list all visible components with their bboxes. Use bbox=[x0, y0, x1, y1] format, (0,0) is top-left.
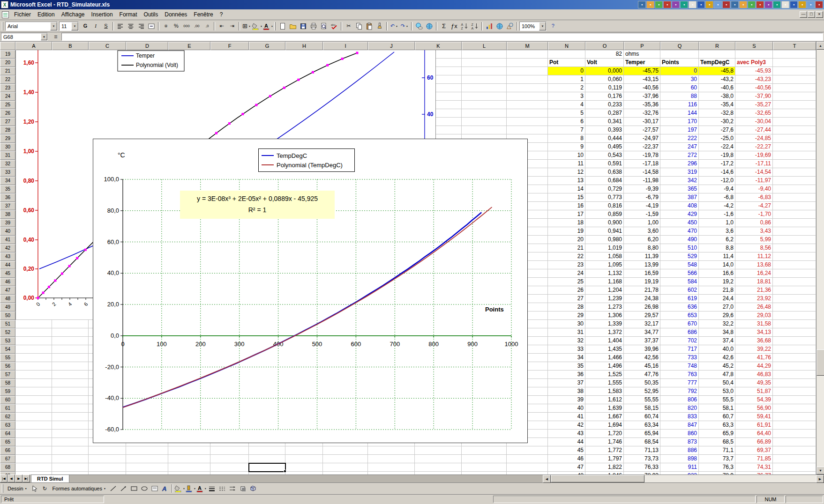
titlebar-shortcut-icon[interactable]: ▪ bbox=[790, 1, 798, 8]
align-center-button[interactable] bbox=[126, 22, 136, 31]
web-toolbar-button[interactable] bbox=[424, 22, 434, 31]
column-header-J[interactable]: J bbox=[368, 42, 415, 50]
titlebar-shortcut-icon[interactable]: ▪ bbox=[705, 1, 713, 8]
menu-edition[interactable]: Edition bbox=[34, 10, 58, 19]
insert-hyperlink-button[interactable] bbox=[414, 22, 424, 31]
menu-fentre[interactable]: Fenêtre bbox=[190, 10, 216, 19]
column-header-L[interactable]: L bbox=[462, 42, 507, 50]
horizontal-scrollbar[interactable]: ◀ ▶ bbox=[543, 474, 824, 482]
chevron-down-icon[interactable]: ▼ bbox=[539, 22, 546, 30]
menu-insertion[interactable]: Insertion bbox=[88, 10, 116, 19]
dessin-menu-button[interactable]: Dessin▼ bbox=[5, 484, 30, 493]
fill-color-button[interactable]: ▼ bbox=[174, 484, 185, 493]
menu-?[interactable]: ? bbox=[217, 10, 226, 19]
column-header-M[interactable]: M bbox=[507, 42, 548, 50]
decrease-decimal-button[interactable]: ,0 bbox=[202, 22, 212, 31]
name-box[interactable]: G68 ▼ bbox=[1, 33, 48, 41]
select-objects-button[interactable] bbox=[30, 484, 40, 493]
open-button[interactable] bbox=[288, 22, 298, 31]
column-header-I[interactable]: I bbox=[323, 42, 368, 50]
titlebar-shortcut-icon[interactable]: ▪ bbox=[646, 1, 654, 8]
save-button[interactable] bbox=[298, 22, 308, 31]
titlebar-shortcut-icon[interactable]: ▪ bbox=[798, 1, 806, 8]
sheet-tab-rtd-simul[interactable]: RTD Simul bbox=[31, 474, 69, 482]
menu-fichier[interactable]: Fichier bbox=[11, 10, 34, 19]
toolbar-grip[interactable] bbox=[2, 484, 3, 493]
titlebar-shortcut-icon[interactable]: ▪ bbox=[655, 1, 663, 8]
redo-button[interactable]: ↷▼ bbox=[399, 22, 410, 31]
trendline-equation[interactable]: y = 3E-08x³ + 2E-05x² + 0,0889x - 45,925… bbox=[180, 191, 335, 219]
chevron-down-icon[interactable]: ▼ bbox=[248, 25, 251, 28]
italic-button[interactable]: I bbox=[90, 22, 101, 31]
titlebar-shortcut-icon[interactable]: ▪ bbox=[756, 1, 764, 8]
scroll-up-icon[interactable]: ▲ bbox=[817, 42, 824, 50]
3d-button[interactable] bbox=[248, 484, 258, 493]
oval-button[interactable] bbox=[139, 484, 150, 493]
titlebar-shortcut-icon[interactable]: ▪ bbox=[672, 1, 680, 8]
line-button[interactable] bbox=[108, 484, 119, 493]
titlebar-shortcut-icon[interactable]: ▪ bbox=[663, 1, 671, 8]
column-header-N[interactable]: N bbox=[548, 42, 585, 50]
titlebar-shortcut-icon[interactable]: ▪ bbox=[689, 1, 697, 8]
menu-format[interactable]: Format bbox=[116, 10, 141, 19]
shadow-button[interactable] bbox=[238, 484, 248, 493]
chevron-down-icon[interactable]: ▼ bbox=[406, 25, 408, 28]
line-style-button[interactable] bbox=[207, 484, 217, 493]
print-button[interactable] bbox=[308, 22, 319, 31]
vertical-scrollbar[interactable]: ▲ ▼ bbox=[816, 42, 824, 474]
workbook-icon[interactable] bbox=[2, 11, 9, 18]
column-header-D[interactable]: D bbox=[126, 42, 168, 50]
chevron-down-icon[interactable]: ▼ bbox=[396, 25, 398, 28]
titlebar-shortcut-icon[interactable]: ▪ bbox=[807, 1, 815, 8]
chevron-down-icon[interactable]: ▼ bbox=[41, 33, 47, 40]
underline-button[interactable]: S bbox=[101, 22, 111, 31]
font-size-select[interactable]: 11▼ bbox=[59, 22, 79, 31]
column-header-G[interactable]: G bbox=[249, 42, 285, 50]
rectangle-button[interactable] bbox=[129, 484, 139, 493]
chart-wizard-button[interactable] bbox=[484, 22, 494, 31]
first-sheet-button[interactable]: |◀ bbox=[0, 474, 7, 482]
scroll-right-icon[interactable]: ▶ bbox=[816, 475, 824, 483]
currency-style-button[interactable]: ¤ bbox=[161, 22, 171, 31]
help-button[interactable]: ? bbox=[548, 22, 558, 31]
front-chart-legend[interactable]: TempDegCPolynomial (TempDegC) bbox=[258, 148, 355, 172]
titlebar-shortcut-icon[interactable]: ▪ bbox=[714, 1, 722, 8]
dash-style-button[interactable] bbox=[217, 484, 227, 493]
select-all-corner[interactable] bbox=[0, 42, 15, 50]
menu-donnes[interactable]: Données bbox=[161, 10, 190, 19]
increase-indent-button[interactable]: ⇥ bbox=[227, 22, 237, 31]
column-header-K[interactable]: K bbox=[415, 42, 462, 50]
column-header-Q[interactable]: Q bbox=[660, 42, 699, 50]
wordart-button[interactable]: A bbox=[160, 484, 170, 493]
titlebar-shortcut-icon[interactable]: ▪ bbox=[680, 1, 688, 8]
column-header-P[interactable]: P bbox=[624, 42, 660, 50]
selected-cell-G68[interactable] bbox=[248, 463, 286, 472]
titlebar-shortcut-icon[interactable]: ▪ bbox=[773, 1, 781, 8]
copy-button[interactable] bbox=[354, 22, 364, 31]
last-sheet-button[interactable]: ▶| bbox=[22, 474, 30, 482]
bold-button[interactable]: G bbox=[80, 22, 90, 31]
column-header-H[interactable]: H bbox=[285, 42, 323, 50]
borders-button[interactable]: ⊞▼ bbox=[241, 22, 252, 31]
new-workbook-button[interactable] bbox=[277, 22, 288, 31]
undo-button[interactable]: ↶▼ bbox=[389, 22, 399, 31]
column-header-S[interactable]: S bbox=[735, 42, 773, 50]
workbook-close-button[interactable]: × bbox=[816, 11, 823, 18]
column-header-O[interactable]: O bbox=[585, 42, 624, 50]
column-header-F[interactable]: F bbox=[210, 42, 249, 50]
format-painter-button[interactable] bbox=[375, 22, 385, 31]
titlebar-shortcut-icon[interactable]: ▪ bbox=[739, 1, 747, 8]
arrow-style-button[interactable] bbox=[227, 484, 238, 493]
titlebar-shortcut-icon[interactable]: ▪ bbox=[781, 1, 789, 8]
next-sheet-button[interactable]: ▶ bbox=[15, 474, 22, 482]
align-right-button[interactable] bbox=[136, 22, 146, 31]
cut-button[interactable]: ✂ bbox=[344, 22, 354, 31]
column-header-T[interactable]: T bbox=[773, 42, 816, 50]
print-preview-button[interactable] bbox=[319, 22, 329, 31]
chevron-down-icon[interactable]: ▼ bbox=[50, 22, 57, 30]
percent-style-button[interactable]: % bbox=[171, 22, 181, 31]
chevron-down-icon[interactable]: ▼ bbox=[71, 22, 78, 30]
chevron-down-icon[interactable]: ▼ bbox=[271, 25, 273, 28]
column-header-C[interactable]: C bbox=[89, 42, 126, 50]
toolbar-grip[interactable] bbox=[2, 22, 3, 30]
